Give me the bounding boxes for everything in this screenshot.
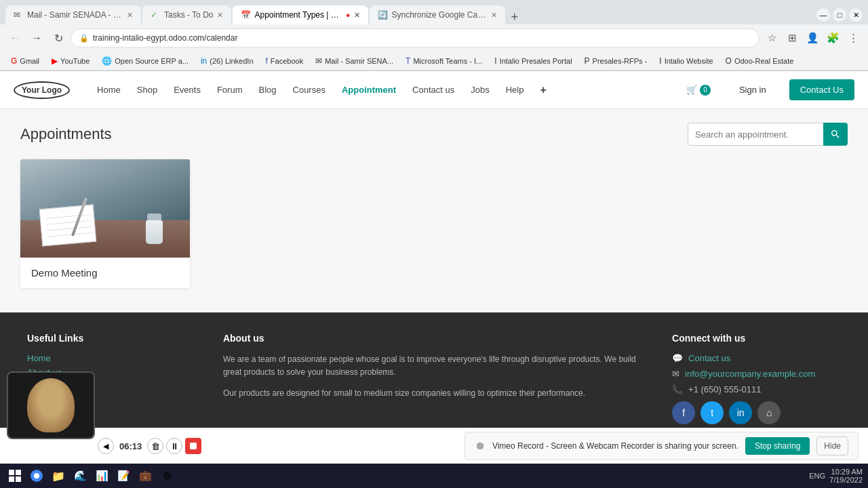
- extensions-icon[interactable]: 🧩: [823, 28, 842, 47]
- bookmark-presales[interactable]: P Presales-RFPs -: [579, 55, 653, 67]
- tab-favicon-gcal: 🔄: [378, 10, 387, 20]
- taskbar-lang: ENG: [809, 472, 825, 480]
- taskbar-word-icon[interactable]: 📝: [114, 466, 133, 485]
- nav-events[interactable]: Events: [167, 81, 208, 99]
- nav-contact[interactable]: Contact us: [406, 81, 461, 99]
- taskbar-time: 10:29 AM 7/19/2022: [829, 468, 863, 484]
- webcam-person-face: [27, 378, 75, 432]
- search-input[interactable]: [688, 123, 823, 146]
- nav-jobs[interactable]: Jobs: [464, 81, 496, 99]
- taskbar-excel-icon[interactable]: 📊: [92, 466, 111, 485]
- contact-us-nav-button[interactable]: Contact Us: [789, 79, 854, 100]
- bookmark-youtube[interactable]: ▶ YouTube: [46, 55, 95, 67]
- nav-blog[interactable]: Blog: [252, 81, 283, 99]
- tab-appointment[interactable]: 📅 Appointment Types | My We... ● ✕: [233, 5, 368, 24]
- presales-icon: P: [585, 56, 590, 66]
- tab-close-appointment[interactable]: ✕: [354, 11, 360, 20]
- taskbar-edge-icon[interactable]: 🌊: [71, 466, 90, 485]
- reload-button[interactable]: ↻: [49, 28, 68, 47]
- nav-forum[interactable]: Forum: [210, 81, 250, 99]
- window-maximize[interactable]: □: [833, 8, 846, 22]
- erp-icon: 🌐: [102, 56, 112, 66]
- bookmark-teams[interactable]: T Microsoft Teams - I...: [400, 55, 488, 67]
- nav-help[interactable]: Help: [499, 81, 531, 99]
- footer-link-home[interactable]: Home: [27, 353, 196, 363]
- footer-contact-us-link[interactable]: Contact us: [688, 353, 730, 363]
- svg-rect-3: [16, 476, 21, 482]
- footer-email-link[interactable]: info@yourcompany.example.com: [685, 369, 815, 379]
- nav-courses[interactable]: Courses: [286, 81, 332, 99]
- taskbar: 📁 🌊 📊 📝 💼 ⚙ ENG 10:29 AM 7/19/2022: [0, 464, 868, 488]
- recording-time: 06:13: [119, 441, 142, 451]
- bookmark-facebook[interactable]: f Facebook: [260, 55, 309, 67]
- forward-button[interactable]: →: [27, 28, 46, 47]
- logo-area[interactable]: Your Logo: [14, 81, 70, 99]
- youtube-icon: ▶: [52, 56, 58, 66]
- chat-icon: 💬: [672, 353, 683, 363]
- taskbar-teams-icon[interactable]: 💼: [136, 466, 155, 485]
- taskbar-right: ENG 10:29 AM 7/19/2022: [809, 468, 863, 484]
- facebook-icon: f: [266, 56, 268, 66]
- bookmark-gmail[interactable]: G Gmail: [5, 55, 45, 67]
- more-options-icon[interactable]: ⋮: [844, 28, 863, 47]
- bookmark-odoo-label: Odoo-Real Estate: [734, 57, 793, 65]
- profile-icon[interactable]: 👤: [803, 28, 822, 47]
- tab-tasks[interactable]: ✓ Tasks - To Do ✕: [142, 5, 231, 24]
- cart-icon[interactable]: 🛒 0: [681, 81, 716, 100]
- taskbar-explorer-icon[interactable]: 📁: [49, 466, 68, 485]
- window-minimize[interactable]: —: [816, 8, 830, 22]
- desk-notebook: [39, 205, 96, 247]
- social-facebook-button[interactable]: f: [672, 401, 695, 424]
- rec-pause-button[interactable]: ⏸: [166, 438, 182, 454]
- taskbar-date-value: 7/19/2022: [829, 476, 863, 484]
- recording-bar: ◀ 06:13 🗑 ⏸ ⏺ Vimeo Record - Screen & We…: [0, 428, 868, 464]
- nav-links: Home Shop Events Forum Blog Courses Appo…: [90, 80, 667, 100]
- tab-search-icon[interactable]: ⊞: [783, 28, 802, 47]
- taskbar-chrome-icon[interactable]: [27, 466, 46, 485]
- tab-close-tasks[interactable]: ✕: [217, 11, 223, 20]
- search-button[interactable]: [823, 123, 848, 146]
- footer-phone-text: +1 (650) 555-0111: [688, 384, 761, 394]
- hide-button[interactable]: Hide: [816, 436, 848, 455]
- rec-trash-button[interactable]: 🗑: [147, 438, 163, 454]
- bookmark-erp[interactable]: 🌐 Open Source ERP a...: [96, 55, 194, 67]
- shopping-cart-icon: 🛒: [686, 85, 697, 95]
- taskbar-windows-icon[interactable]: [5, 466, 24, 485]
- connect-heading: Connect with us: [672, 333, 841, 344]
- bookmark-star-icon[interactable]: ☆: [762, 28, 781, 47]
- appointments-header: Appointments: [20, 123, 848, 146]
- nav-shop[interactable]: Shop: [130, 81, 164, 99]
- appointment-card-demo-meeting[interactable]: Demo Meeting: [20, 159, 190, 288]
- rec-prev-button[interactable]: ◀: [98, 438, 114, 454]
- window-close[interactable]: ✕: [849, 8, 863, 22]
- bookmark-erp-label: Open Source ERP a...: [115, 57, 189, 65]
- new-tab-button[interactable]: +: [507, 10, 522, 24]
- cart-count: 0: [700, 85, 711, 96]
- bookmark-mail[interactable]: ✉ Mail - Samir SENA...: [310, 55, 399, 67]
- cards-grid: Demo Meeting: [20, 159, 848, 288]
- rec-stop-button[interactable]: [185, 438, 201, 454]
- nav-appointment[interactable]: Appointment: [335, 81, 403, 99]
- back-button[interactable]: ←: [5, 28, 24, 47]
- tab-mail[interactable]: ✉ Mail - Samir SENADA - Outlook ✕: [5, 5, 141, 24]
- bookmark-intalio[interactable]: I Intalio Presales Portal: [489, 55, 577, 67]
- sign-in-button[interactable]: Sign in: [730, 81, 776, 99]
- stop-sharing-button[interactable]: Stop sharing: [745, 437, 810, 455]
- tab-close-gcal[interactable]: ✕: [491, 11, 497, 20]
- bookmark-linkedin[interactable]: in (26) LinkedIn: [195, 55, 259, 67]
- email-icon: ✉: [672, 369, 679, 379]
- about-text-2: Our products are designed for small to m…: [223, 387, 645, 400]
- nav-plus[interactable]: +: [533, 80, 553, 100]
- bookmark-intalio-website[interactable]: I Intalio Website: [654, 55, 718, 67]
- bookmark-youtube-label: YouTube: [60, 57, 90, 65]
- social-home-button[interactable]: ⌂: [757, 401, 781, 424]
- nav-home[interactable]: Home: [90, 81, 127, 99]
- tab-google-calendar[interactable]: 🔄 Synchronize Google Calendar w... ✕: [370, 5, 505, 24]
- taskbar-settings-icon[interactable]: ⚙: [157, 466, 176, 485]
- tab-close-mail[interactable]: ✕: [127, 11, 133, 20]
- social-twitter-button[interactable]: t: [701, 401, 724, 424]
- social-linkedin-button[interactable]: in: [729, 401, 752, 424]
- vimeo-message: Vimeo Record - Screen & Webcam Recorder …: [492, 441, 738, 451]
- bookmark-odoo[interactable]: O Odoo-Real Estate: [720, 55, 800, 67]
- address-bar[interactable]: 🔒 training-intalio-egypt.odoo.com/calend…: [71, 28, 760, 47]
